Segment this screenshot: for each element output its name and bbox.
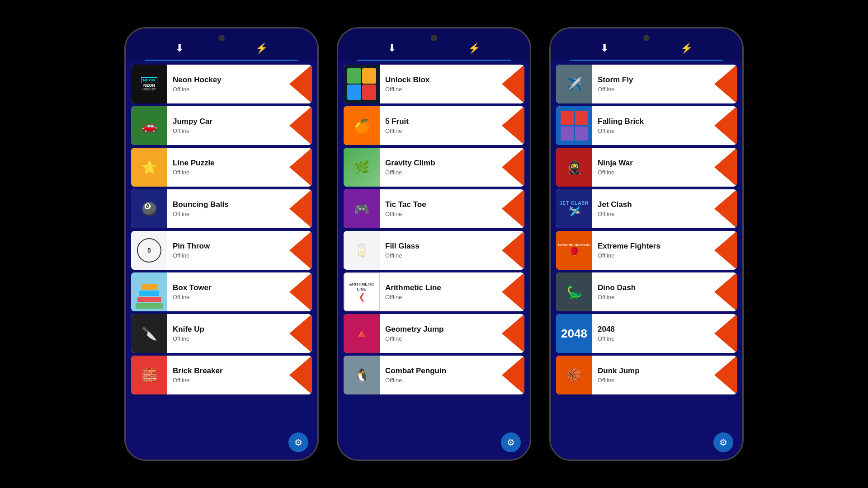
game-info-line-puzzle: Line Puzzle Offline: [167, 155, 289, 179]
game-status-unlock-blox: Offline: [385, 86, 496, 93]
bolt-icon-2: ⚡: [468, 42, 480, 54]
camera-dot: [218, 35, 225, 41]
game-info-5-fruit: 5 Fruit Offline: [380, 113, 502, 138]
game-info-gravity-climb: Gravity Climb Offline: [380, 155, 502, 179]
game-name-pin-throw: Pin Throw: [173, 242, 284, 251]
game-icon-knife-up: 🔪: [131, 314, 167, 353]
game-item-line-puzzle[interactable]: ⭐ Line Puzzle Offline: [131, 148, 312, 187]
phone-3: ⬇ ⚡ ✈️ Storm Fly Offline: [549, 27, 744, 461]
game-arrow-unlock-blox: [502, 65, 524, 103]
game-status-5-fruit: Offline: [385, 127, 496, 134]
game-arrow-jumpy-car: [289, 106, 312, 145]
game-info-dunk-jump: Dunk Jump Offline: [592, 363, 714, 387]
phone-3-header: ⬇ ⚡: [551, 28, 742, 61]
game-name-box-tower: Box Tower: [173, 283, 284, 292]
game-icon-5-fruit: 🍊: [344, 106, 380, 145]
game-name-tic-tac-toe: Tic Tac Toe: [385, 200, 496, 209]
game-info-knife-up: Knife Up Offline: [167, 321, 289, 346]
game-icon-2048: 2048: [556, 314, 592, 353]
game-item-bouncing-balls[interactable]: 🎱 Bouncing Balls Offline: [131, 189, 312, 228]
game-item-neon-hockey[interactable]: NEON NEON HOCKEY Neon Hockey Offline: [131, 65, 312, 103]
game-name-combat-penguin: Combat Penguin: [385, 366, 496, 375]
game-status-tic-tac-toe: Offline: [385, 211, 496, 217]
game-item-storm-fly[interactable]: ✈️ Storm Fly Offline: [556, 65, 737, 103]
game-name-gravity-climb: Gravity Climb: [385, 159, 496, 168]
game-item-fill-glass[interactable]: 🥛 Fill Glass Offline: [344, 231, 524, 270]
game-name-ninja-war: Ninja War: [598, 159, 709, 168]
game-item-combat-penguin[interactable]: 🐧 Combat Penguin Offline: [344, 356, 524, 394]
game-item-pin-throw[interactable]: Pin Throw Offline: [131, 231, 312, 270]
game-icon-combat-penguin: 🐧: [344, 356, 380, 394]
game-icon-arithmetic-line: ARITHMETICLINE ❮: [344, 272, 380, 311]
game-item-arithmetic-line[interactable]: ARITHMETICLINE ❮ Arithmetic Line Offline: [344, 272, 524, 311]
game-name-line-puzzle: Line Puzzle: [173, 159, 284, 168]
game-icon-ninja-war: 🥷: [556, 148, 592, 187]
game-arrow-gravity-climb: [502, 148, 524, 187]
game-info-2048: 2048 Offline: [592, 321, 714, 346]
game-item-brick-breaker[interactable]: 🧱 Brick Breaker Offline: [131, 356, 312, 394]
game-info-storm-fly: Storm Fly Offline: [592, 72, 714, 96]
game-status-jumpy-car: Offline: [173, 127, 284, 134]
phone-2: ⬇ ⚡ Unlock Blox Offline 🍊: [337, 27, 531, 461]
game-icon-brick-breaker: 🧱: [131, 356, 167, 394]
game-arrow-storm-fly: [714, 65, 737, 103]
game-arrow-brick-breaker: [289, 356, 312, 394]
game-item-jumpy-car[interactable]: 🚗 Jumpy Car Offline: [131, 106, 312, 145]
game-info-pin-throw: Pin Throw Offline: [167, 238, 289, 263]
game-name-dino-dash: Dino Dash: [598, 283, 709, 292]
camera-dot-2: [431, 35, 437, 41]
game-arrow-jet-clash: [714, 189, 737, 228]
game-arrow-arithmetic-line: [502, 272, 524, 311]
game-arrow-line-puzzle: [289, 148, 312, 187]
game-info-combat-penguin: Combat Penguin Offline: [380, 363, 502, 387]
game-name-geometry-jump: Geometry Jump: [385, 325, 496, 334]
game-item-extreme-fighters[interactable]: EXTREME FIGHTERS 🥊 Extreme Fighters Offl…: [556, 231, 737, 270]
game-name-dunk-jump: Dunk Jump: [598, 366, 709, 375]
game-item-ninja-war[interactable]: 🥷 Ninja War Offline: [556, 148, 737, 187]
game-info-extreme-fighters: Extreme Fighters Offline: [592, 238, 714, 263]
game-item-unlock-blox[interactable]: Unlock Blox Offline: [344, 65, 524, 103]
game-status-storm-fly: Offline: [598, 86, 709, 93]
game-item-gravity-climb[interactable]: 🌿 Gravity Climb Offline: [344, 148, 524, 187]
game-item-2048[interactable]: 2048 2048 Offline: [556, 314, 737, 353]
game-status-dino-dash: Offline: [598, 294, 709, 300]
game-status-fill-glass: Offline: [385, 252, 496, 259]
game-info-ninja-war: Ninja War Offline: [592, 155, 714, 179]
settings-button-1[interactable]: ⚙: [288, 432, 308, 452]
game-info-fill-glass: Fill Glass Offline: [380, 238, 502, 263]
game-status-jet-clash: Offline: [598, 211, 709, 217]
game-status-combat-penguin: Offline: [385, 377, 496, 384]
game-name-2048: 2048: [598, 325, 709, 334]
game-icon-unlock-blox: [344, 65, 380, 103]
game-info-box-tower: Box Tower Offline: [167, 280, 289, 304]
game-item-dino-dash[interactable]: 🦕 Dino Dash Offline: [556, 272, 737, 311]
game-info-dino-dash: Dino Dash Offline: [592, 280, 714, 304]
game-item-5-fruit[interactable]: 🍊 5 Fruit Offline: [344, 106, 524, 145]
game-info-arithmetic-line: Arithmetic Line Offline: [380, 280, 502, 304]
game-status-dunk-jump: Offline: [598, 377, 709, 384]
game-item-box-tower[interactable]: Box Tower Offline: [131, 272, 312, 311]
game-item-tic-tac-toe[interactable]: 🎮 Tic Tac Toe Offline: [344, 189, 524, 228]
game-name-jet-clash: Jet Clash: [598, 200, 709, 209]
game-icon-dino-dash: 🦕: [556, 272, 592, 311]
settings-button-3[interactable]: ⚙: [713, 432, 733, 452]
game-info-jet-clash: Jet Clash Offline: [592, 197, 714, 221]
game-status-brick-breaker: Offline: [173, 377, 284, 384]
game-info-bouncing-balls: Bouncing Balls Offline: [167, 197, 289, 221]
game-item-dunk-jump[interactable]: 🏀 Dunk Jump Offline: [556, 356, 737, 394]
game-status-extreme-fighters: Offline: [598, 252, 709, 259]
download-icon-3: ⬇: [600, 42, 609, 54]
game-arrow-box-tower: [289, 272, 312, 311]
game-item-jet-clash[interactable]: JET CLASH 🛩️ Jet Clash Offline: [556, 189, 737, 228]
game-item-knife-up[interactable]: 🔪 Knife Up Offline: [131, 314, 312, 353]
game-item-geometry-jump[interactable]: 🔺 Geometry Jump Offline: [344, 314, 524, 353]
game-info-jumpy-car: Jumpy Car Offline: [167, 113, 289, 138]
bolt-icon: ⚡: [255, 42, 268, 54]
game-status-pin-throw: Offline: [173, 252, 284, 259]
game-arrow-bouncing-balls: [289, 189, 312, 228]
game-arrow-geometry-jump: [502, 314, 524, 353]
game-item-falling-brick[interactable]: Falling Brick Offline: [556, 106, 737, 145]
settings-button-2[interactable]: ⚙: [501, 432, 521, 452]
game-icon-tic-tac-toe: 🎮: [344, 189, 380, 228]
game-arrow-fill-glass: [502, 231, 524, 270]
